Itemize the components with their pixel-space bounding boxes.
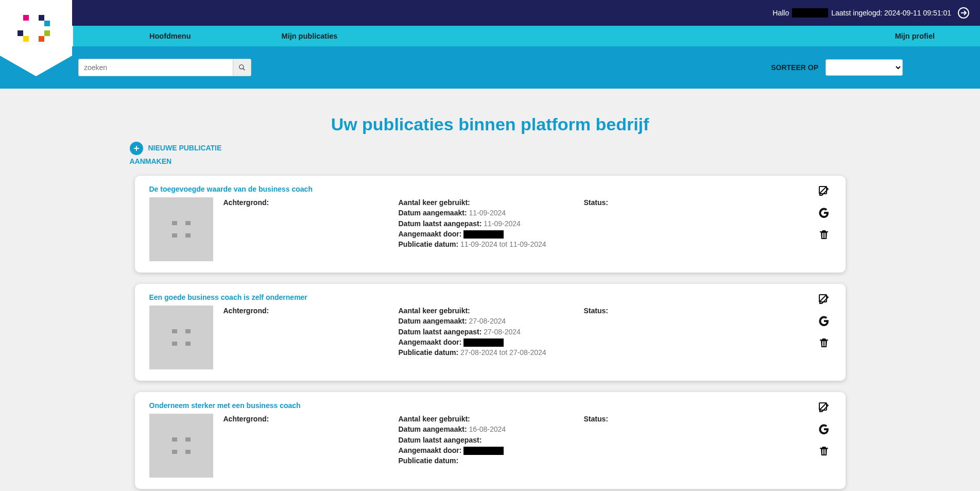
last-login-value: 2024-09-11 09:51:01 (884, 9, 951, 17)
image-placeholder-icon (172, 437, 191, 454)
label-aangemaakt-door: Aangemaakt door: (399, 446, 462, 454)
edit-button[interactable] (817, 400, 831, 415)
value-publicatie-datum: 11-09-2024 tot 11-09-2024 (460, 240, 546, 248)
label-achtergrond: Achtergrond: (223, 198, 269, 207)
publication-title[interactable]: Onderneem sterker met een business coach (149, 401, 831, 410)
sort-select[interactable] (826, 59, 903, 76)
label-datum-aangemaakt: Datum aangemaakt: (399, 425, 467, 433)
value-aangemaakt-door-redacted (463, 338, 504, 347)
edit-icon (818, 401, 830, 414)
logo-container (0, 0, 72, 56)
label-status: Status: (584, 198, 608, 207)
plus-circle-icon (130, 142, 143, 155)
label-aangemaakt-door: Aangemaakt door: (399, 338, 462, 346)
label-aantal-keer: Aantal keer gebruikt: (399, 198, 470, 207)
google-button[interactable] (817, 422, 831, 436)
search-input[interactable] (78, 59, 233, 76)
main-nav: Hoofdmenu Mijn publicaties Mijn profiel (73, 26, 980, 46)
thumbnail-placeholder (149, 414, 213, 478)
nav-mijn-profiel[interactable]: Mijn profiel (881, 26, 949, 46)
delete-button[interactable] (817, 335, 831, 350)
search-wrap (78, 59, 251, 76)
svg-line-2 (243, 69, 245, 71)
trash-icon (818, 445, 830, 457)
label-publicatie-datum: Publicatie datum: (399, 240, 459, 248)
last-login-prefix: Laatst ingelogd: (831, 9, 882, 17)
user-name-redacted (792, 8, 828, 18)
edit-icon (818, 185, 830, 197)
label-achtergrond: Achtergrond: (223, 307, 269, 315)
trash-icon (818, 336, 830, 349)
logo-box (0, 0, 72, 56)
logout-icon[interactable] (957, 7, 970, 19)
label-datum-aangemaakt: Datum aangemaakt: (399, 209, 467, 217)
value-aangemaakt-door-redacted (463, 230, 504, 239)
thumbnail-placeholder (149, 306, 213, 369)
value-datum-aangemaakt: 16-08-2024 (469, 425, 506, 433)
thumbnail-placeholder (149, 197, 213, 261)
value-datum-aangemaakt: 11-09-2024 (469, 209, 506, 217)
value-datum-aangepast: 27-08-2024 (484, 328, 521, 336)
value-datum-aangepast: 11-09-2024 (484, 219, 521, 228)
new-publication-label-2: AANMAKEN (130, 157, 892, 165)
value-datum-aangemaakt: 27-08-2024 (469, 317, 506, 325)
greeting-label: Hallo (772, 9, 789, 17)
sub-bar: SORTEER OP (0, 46, 980, 89)
delete-button[interactable] (817, 444, 831, 458)
publication-card: De toegevoegde waarde van de business co… (135, 176, 846, 273)
page-title: Uw publicaties binnen platform bedrijf (89, 114, 892, 134)
value-aangemaakt-door-redacted (463, 447, 504, 455)
label-aantal-keer: Aantal keer gebruikt: (399, 307, 470, 315)
label-datum-aangepast: Datum laatst aangepast: (399, 436, 482, 444)
top-bar: Hallo Laatst ingelogd: 2024-09-11 09:51:… (0, 0, 980, 26)
edit-button[interactable] (817, 292, 831, 307)
svg-point-1 (239, 65, 244, 69)
value-publicatie-datum: 27-08-2024 tot 27-08-2024 (460, 348, 546, 357)
label-publicatie-datum: Publicatie datum: (399, 456, 459, 465)
edit-button[interactable] (817, 184, 831, 198)
label-datum-aangemaakt: Datum aangemaakt: (399, 317, 467, 325)
label-aantal-keer: Aantal keer gebruikt: (399, 415, 470, 423)
google-g-icon (818, 207, 830, 219)
sort-label: SORTEER OP (771, 63, 818, 72)
publication-title[interactable]: De toegevoegde waarde van de business co… (149, 185, 831, 193)
last-login-label: Laatst ingelogd: 2024-09-11 09:51:01 (831, 9, 951, 17)
edit-icon (818, 293, 830, 306)
logo-icon (23, 15, 49, 41)
label-achtergrond: Achtergrond: (223, 415, 269, 423)
label-aangemaakt-door: Aangemaakt door: (399, 230, 462, 238)
google-g-icon (818, 423, 830, 435)
search-button[interactable] (233, 59, 251, 76)
label-status: Status: (584, 307, 608, 315)
label-datum-aangepast: Datum laatst aangepast: (399, 219, 482, 228)
publication-card: Een goede business coach is zelf onderne… (135, 284, 846, 381)
label-datum-aangepast: Datum laatst aangepast: (399, 328, 482, 336)
nav-mijn-publicaties[interactable]: Mijn publicaties (267, 26, 352, 46)
new-publication-label-1: NIEUWE PUBLICATIE (148, 143, 222, 154)
publication-title[interactable]: Een goede business coach is zelf onderne… (149, 293, 831, 301)
delete-button[interactable] (817, 227, 831, 242)
nav-hoofdmenu[interactable]: Hoofdmenu (135, 26, 205, 46)
google-button[interactable] (817, 206, 831, 220)
image-placeholder-icon (172, 221, 191, 238)
google-button[interactable] (817, 314, 831, 328)
image-placeholder-icon (172, 329, 191, 346)
search-icon (238, 64, 246, 71)
publication-card: Onderneem sterker met een business coach… (135, 392, 846, 489)
label-status: Status: (584, 415, 608, 423)
trash-icon (818, 228, 830, 241)
google-g-icon (818, 315, 830, 327)
label-publicatie-datum: Publicatie datum: (399, 348, 459, 357)
new-publication-button[interactable]: NIEUWE PUBLICATIE (130, 142, 892, 155)
